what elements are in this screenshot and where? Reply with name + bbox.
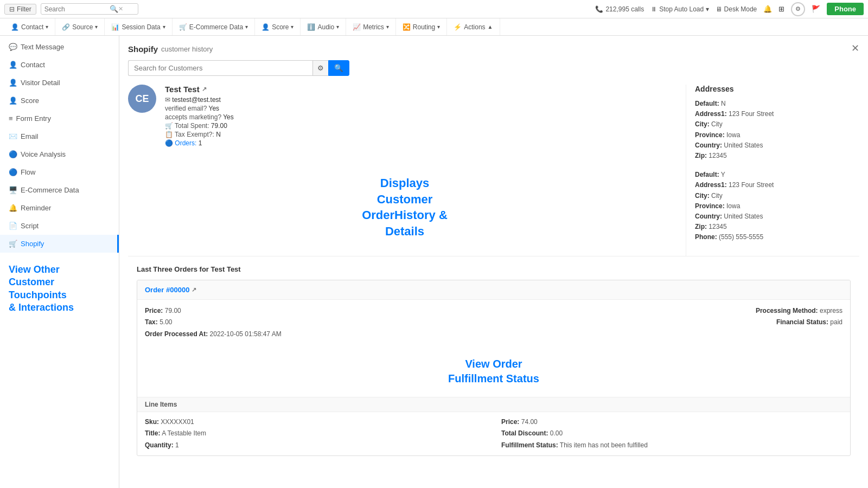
top-bar: ⊟ Filter 🔍 ✕ 📞 212,995 calls ⏸ Stop Auto…	[0, 0, 868, 18]
flow-icon: 🔵	[9, 168, 17, 176]
customer-orders[interactable]: 🔵 Orders: 1	[165, 139, 681, 147]
detail-columns: CE Test Test ↗ ✉ testest@test.test	[128, 85, 859, 256]
detail-left: CE Test Test ↗ ✉ testest@test.test	[128, 85, 686, 256]
view-order-promo: View Order Fulfillment Status	[137, 346, 850, 397]
top-bar-right: 📞 212,995 calls ⏸ Stop Auto Load ▾ 🖥 Des…	[595, 2, 864, 16]
metrics-tab-icon: 📈	[353, 23, 361, 31]
chevron-up-icon: ▲	[488, 24, 493, 30]
search-gear-button[interactable]: ⚙	[312, 60, 328, 76]
audio-tab-icon: ℹ️	[307, 23, 315, 31]
tab-audio[interactable]: ℹ️ Audio ▾	[301, 18, 346, 36]
line-item-right: Price: 74.00 Total Discount: 0.00 Fulfil…	[494, 412, 850, 456]
external-link-icon[interactable]: ↗	[202, 86, 207, 93]
tab-contact[interactable]: 👤 Contact ▾	[4, 18, 55, 36]
desk-mode-icon: 🖥	[716, 5, 722, 13]
sidebar-item-visitor-detail[interactable]: 👤 Visitor Detail	[0, 74, 119, 92]
ecommerce-data-icon: 🖥️	[9, 186, 17, 194]
order-card-0: Order #00000 ↗ Price: 79.00 Tax: 5.00 Or…	[137, 280, 851, 457]
main-layout: 💬 Text Message 👤 Contact 👤 Visitor Detai…	[0, 36, 868, 488]
order-details-row: Price: 79.00 Tax: 5.00 Order Processed A…	[137, 300, 850, 346]
visitor-detail-icon: 👤	[9, 79, 17, 87]
reminder-icon: 🔔	[9, 204, 17, 212]
stop-label: Stop Auto Load	[659, 5, 704, 13]
close-button[interactable]: ✕	[851, 42, 859, 54]
customer-search-input[interactable]	[128, 60, 312, 76]
tab-actions[interactable]: ⚡ Actions ▲	[447, 18, 500, 36]
search-icon: 🔍	[110, 5, 118, 13]
contact-icon: 👤	[9, 61, 17, 69]
sidebar-item-form-entry[interactable]: ≡ Form Entry	[0, 110, 119, 127]
order-details-left: Price: 79.00 Tax: 5.00 Order Processed A…	[137, 300, 494, 346]
line-items-title: Line Items	[137, 397, 850, 412]
score-icon: 👤	[9, 97, 17, 105]
sidebar-item-flow[interactable]: 🔵 Flow	[0, 163, 119, 181]
desk-mode-label: Desk Mode	[724, 5, 757, 13]
order-external-link-icon[interactable]: ↗	[192, 286, 196, 293]
customer-search-wrap: ⚙ 🔍	[128, 60, 859, 76]
order-number[interactable]: Order #00000 ↗	[145, 286, 843, 294]
line-item-row-0: Sku: XXXXXX01 Title: A Testable Item Qua…	[137, 412, 850, 456]
filter-button[interactable]: ⊟ Filter	[4, 4, 36, 15]
tab-session[interactable]: 📊 Session Data ▾	[105, 18, 172, 36]
customer-total-spent: 🛒 Total Spent: 79.00	[165, 122, 681, 130]
chevron-down-icon: ▾	[163, 24, 165, 30]
sidebar: 💬 Text Message 👤 Contact 👤 Visitor Detai…	[0, 36, 119, 488]
sidebar-item-script[interactable]: 📄 Script	[0, 217, 119, 235]
sidebar-item-contact[interactable]: 👤 Contact	[0, 56, 119, 74]
tab-ecommerce[interactable]: 🛒 E-Commerce Data ▾	[173, 18, 255, 36]
sidebar-item-ecommerce-data[interactable]: 🖥️ E-Commerce Data	[0, 181, 119, 199]
calls-count: 212,995 calls	[605, 5, 644, 13]
line-item-left: Sku: XXXXXX01 Title: A Testable Item Qua…	[137, 412, 494, 456]
sidebar-item-text-message[interactable]: 💬 Text Message	[0, 38, 119, 56]
phone-button[interactable]: Phone	[827, 3, 864, 15]
customer-tax-exempt: 📋 Tax Exempt?: N	[165, 131, 681, 138]
notification-icon[interactable]: 🔔	[763, 5, 772, 13]
addresses-section: Addresses Default: N Address1: 123 Four …	[686, 85, 859, 256]
tab-routing[interactable]: 🔀 Routing ▾	[396, 18, 447, 36]
sidebar-item-shopify[interactable]: 🛒 Shopify	[0, 235, 119, 253]
order-header: Order #00000 ↗	[137, 280, 850, 300]
order-details-right: Processing Method: express Financial Sta…	[494, 300, 850, 346]
stop-icon: ⏸	[650, 5, 657, 13]
tab-metrics[interactable]: 📈 Metrics ▾	[346, 18, 396, 36]
customer-name: Test Test ↗	[165, 85, 681, 94]
script-icon: 📄	[9, 222, 17, 230]
orders-section: Last Three Orders for Test Test Order #0…	[128, 256, 859, 472]
desk-mode-btn[interactable]: 🖥 Desk Mode	[716, 5, 757, 13]
form-entry-icon: ≡	[9, 114, 13, 123]
stop-chevron-icon: ▾	[706, 5, 709, 13]
flag-icon[interactable]: 🚩	[812, 5, 820, 13]
customer-verified-email: verified email? Yes	[165, 105, 681, 112]
sidebar-item-voice-analysis[interactable]: 🔵 Voice Analysis	[0, 145, 119, 163]
calls-icon: 📞	[595, 5, 603, 13]
shopify-panel: Shopify customer history ✕ ⚙ 🔍 CE	[119, 36, 868, 480]
sidebar-item-email[interactable]: ✉️ Email	[0, 127, 119, 145]
address-block-1: Default: Y Address1: 123 Four Street Cit…	[695, 170, 859, 242]
customer-avatar: CE	[128, 85, 156, 113]
shopify-panel-title: Shopify	[128, 44, 158, 54]
stop-auto-load-btn[interactable]: ⏸ Stop Auto Load ▾	[650, 5, 709, 13]
tab-score[interactable]: 👤 Score ▾	[255, 18, 301, 36]
routing-tab-icon: 🔀	[403, 23, 411, 31]
sidebar-item-score[interactable]: 👤 Score	[0, 92, 119, 110]
center-promo: Displays Customer OrderHistory & Details	[128, 159, 681, 256]
settings-icon[interactable]: ⚙	[791, 2, 805, 16]
actions-tab-icon: ⚡	[454, 23, 462, 31]
ecommerce-tab-icon: 🛒	[179, 23, 187, 31]
tab-source[interactable]: 🔗 Source ▾	[55, 18, 105, 36]
chevron-down-icon: ▾	[95, 24, 98, 30]
global-search-input[interactable]	[44, 5, 110, 13]
email-icon: ✉️	[9, 132, 17, 140]
shopify-icon: 🛒	[9, 240, 17, 248]
chevron-down-icon: ▾	[386, 24, 389, 30]
search-go-button[interactable]: 🔍	[328, 60, 349, 76]
text-message-icon: 💬	[9, 43, 17, 51]
chevron-down-icon: ▾	[437, 24, 440, 30]
chevron-down-icon: ▾	[291, 24, 293, 30]
sidebar-item-reminder[interactable]: 🔔 Reminder	[0, 199, 119, 217]
filter-label: Filter	[17, 5, 31, 13]
search-clear-icon: ✕	[118, 5, 123, 12]
grid-icon[interactable]: ⊞	[778, 5, 784, 13]
customer-email: ✉ testest@test.test	[165, 96, 681, 104]
addresses-title: Addresses	[695, 85, 859, 93]
